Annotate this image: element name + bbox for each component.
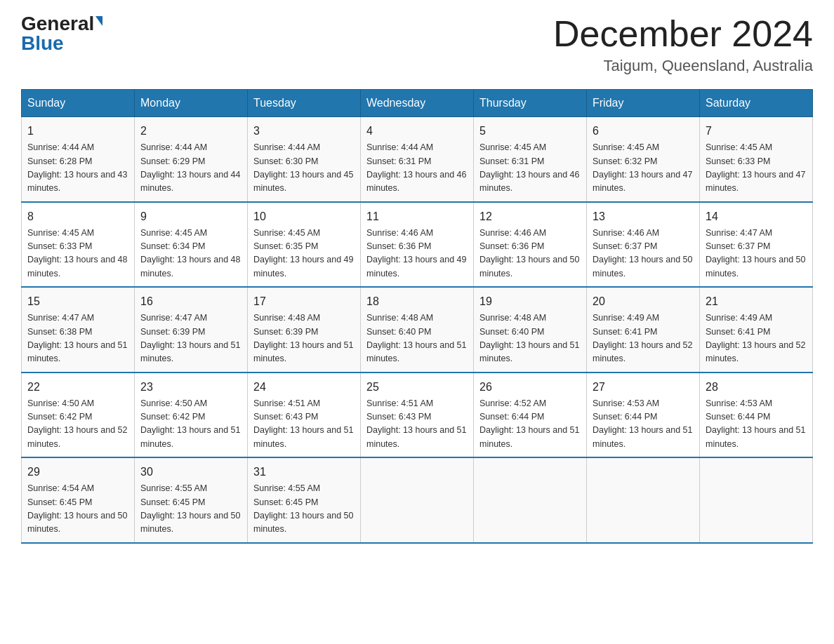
day-number: 29 <box>27 464 128 481</box>
calendar-cell: 19Sunrise: 4:48 AMSunset: 6:40 PMDayligh… <box>474 287 587 373</box>
calendar-cell: 22Sunrise: 4:50 AMSunset: 6:42 PMDayligh… <box>22 373 135 458</box>
location-text: Taigum, Queensland, Australia <box>553 57 813 75</box>
calendar-cell: 9Sunrise: 4:45 AMSunset: 6:34 PMDaylight… <box>135 202 248 288</box>
calendar-cell: 8Sunrise: 4:45 AMSunset: 6:33 PMDaylight… <box>22 202 135 288</box>
day-number: 21 <box>706 293 807 310</box>
day-number: 2 <box>140 123 241 140</box>
day-info: Sunrise: 4:44 AMSunset: 6:29 PMDaylight:… <box>140 141 241 196</box>
day-number: 23 <box>140 379 241 396</box>
calendar-cell: 27Sunrise: 4:53 AMSunset: 6:44 PMDayligh… <box>587 373 700 458</box>
day-number: 24 <box>253 379 355 396</box>
day-number: 17 <box>253 293 355 310</box>
day-info: Sunrise: 4:49 AMSunset: 6:41 PMDaylight:… <box>706 311 807 366</box>
header-wednesday: Wednesday <box>361 90 474 117</box>
header-sunday: Sunday <box>22 90 135 117</box>
day-number: 26 <box>479 379 581 396</box>
week-row-2: 8Sunrise: 4:45 AMSunset: 6:33 PMDaylight… <box>22 202 813 288</box>
calendar-cell: 6Sunrise: 4:45 AMSunset: 6:32 PMDaylight… <box>587 117 700 202</box>
day-number: 14 <box>706 208 807 225</box>
header-saturday: Saturday <box>700 90 813 117</box>
calendar-cell: 2Sunrise: 4:44 AMSunset: 6:29 PMDaylight… <box>135 117 248 202</box>
day-number: 1 <box>27 123 128 140</box>
header-tuesday: Tuesday <box>248 90 361 117</box>
day-number: 19 <box>479 293 581 310</box>
day-info: Sunrise: 4:45 AMSunset: 6:33 PMDaylight:… <box>27 227 128 281</box>
calendar-cell: 17Sunrise: 4:48 AMSunset: 6:39 PMDayligh… <box>248 287 361 373</box>
day-number: 20 <box>593 293 694 310</box>
calendar-cell: 23Sunrise: 4:50 AMSunset: 6:42 PMDayligh… <box>135 373 248 458</box>
day-info: Sunrise: 4:45 AMSunset: 6:33 PMDaylight:… <box>706 141 807 196</box>
day-number: 5 <box>479 123 581 140</box>
day-info: Sunrise: 4:51 AMSunset: 6:43 PMDaylight:… <box>253 397 355 452</box>
day-info: Sunrise: 4:47 AMSunset: 6:38 PMDaylight:… <box>27 311 128 366</box>
day-info: Sunrise: 4:53 AMSunset: 6:44 PMDaylight:… <box>706 397 807 452</box>
day-info: Sunrise: 4:45 AMSunset: 6:34 PMDaylight:… <box>140 227 241 281</box>
day-number: 10 <box>253 208 355 225</box>
day-info: Sunrise: 4:48 AMSunset: 6:40 PMDaylight:… <box>479 311 581 366</box>
day-number: 27 <box>593 379 694 396</box>
day-info: Sunrise: 4:48 AMSunset: 6:40 PMDaylight:… <box>366 311 468 366</box>
calendar-cell: 13Sunrise: 4:46 AMSunset: 6:37 PMDayligh… <box>587 202 700 288</box>
calendar-cell: 11Sunrise: 4:46 AMSunset: 6:36 PMDayligh… <box>361 202 474 288</box>
day-info: Sunrise: 4:45 AMSunset: 6:32 PMDaylight:… <box>593 141 694 196</box>
day-number: 31 <box>253 464 355 481</box>
day-number: 11 <box>366 208 468 225</box>
calendar-cell: 14Sunrise: 4:47 AMSunset: 6:37 PMDayligh… <box>700 202 813 288</box>
day-number: 7 <box>706 123 807 140</box>
calendar-cell <box>361 457 474 543</box>
day-info: Sunrise: 4:48 AMSunset: 6:39 PMDaylight:… <box>253 311 355 366</box>
calendar-cell: 16Sunrise: 4:47 AMSunset: 6:39 PMDayligh… <box>135 287 248 373</box>
week-row-3: 15Sunrise: 4:47 AMSunset: 6:38 PMDayligh… <box>22 287 813 373</box>
calendar-cell: 30Sunrise: 4:55 AMSunset: 6:45 PMDayligh… <box>135 457 248 543</box>
calendar-cell: 25Sunrise: 4:51 AMSunset: 6:43 PMDayligh… <box>361 373 474 458</box>
day-number: 4 <box>366 123 468 140</box>
day-info: Sunrise: 4:47 AMSunset: 6:37 PMDaylight:… <box>706 227 807 281</box>
calendar-cell: 1Sunrise: 4:44 AMSunset: 6:28 PMDaylight… <box>22 117 135 202</box>
calendar-cell: 5Sunrise: 4:45 AMSunset: 6:31 PMDaylight… <box>474 117 587 202</box>
calendar-cell: 26Sunrise: 4:52 AMSunset: 6:44 PMDayligh… <box>474 373 587 458</box>
day-number: 8 <box>27 208 128 225</box>
calendar-cell: 4Sunrise: 4:44 AMSunset: 6:31 PMDaylight… <box>361 117 474 202</box>
day-number: 9 <box>140 208 241 225</box>
day-info: Sunrise: 4:45 AMSunset: 6:35 PMDaylight:… <box>253 227 355 281</box>
calendar-cell: 28Sunrise: 4:53 AMSunset: 6:44 PMDayligh… <box>700 373 813 458</box>
calendar-cell: 31Sunrise: 4:55 AMSunset: 6:45 PMDayligh… <box>248 457 361 543</box>
calendar-cell <box>587 457 700 543</box>
day-info: Sunrise: 4:47 AMSunset: 6:39 PMDaylight:… <box>140 311 241 366</box>
day-info: Sunrise: 4:53 AMSunset: 6:44 PMDaylight:… <box>593 397 694 452</box>
calendar-header-row: SundayMondayTuesdayWednesdayThursdayFrid… <box>22 90 813 117</box>
day-info: Sunrise: 4:44 AMSunset: 6:28 PMDaylight:… <box>27 141 128 196</box>
week-row-1: 1Sunrise: 4:44 AMSunset: 6:28 PMDaylight… <box>22 117 813 202</box>
calendar-cell: 3Sunrise: 4:44 AMSunset: 6:30 PMDaylight… <box>248 117 361 202</box>
logo-arrow-icon <box>95 16 102 26</box>
day-info: Sunrise: 4:46 AMSunset: 6:36 PMDaylight:… <box>366 227 468 281</box>
day-number: 16 <box>140 293 241 310</box>
header-thursday: Thursday <box>474 90 587 117</box>
header-monday: Monday <box>135 90 248 117</box>
calendar-cell: 12Sunrise: 4:46 AMSunset: 6:36 PMDayligh… <box>474 202 587 288</box>
logo-blue-text: Blue <box>21 34 64 53</box>
day-number: 28 <box>706 379 807 396</box>
day-info: Sunrise: 4:51 AMSunset: 6:43 PMDaylight:… <box>366 397 468 452</box>
header-friday: Friday <box>587 90 700 117</box>
day-number: 18 <box>366 293 468 310</box>
day-info: Sunrise: 4:52 AMSunset: 6:44 PMDaylight:… <box>479 397 581 452</box>
day-number: 25 <box>366 379 468 396</box>
day-info: Sunrise: 4:44 AMSunset: 6:31 PMDaylight:… <box>366 141 468 196</box>
day-info: Sunrise: 4:46 AMSunset: 6:37 PMDaylight:… <box>593 227 694 281</box>
calendar-cell <box>474 457 587 543</box>
title-section: December 2024 Taigum, Queensland, Austra… <box>553 14 813 75</box>
month-title: December 2024 <box>553 14 813 54</box>
day-info: Sunrise: 4:55 AMSunset: 6:45 PMDaylight:… <box>253 482 355 537</box>
day-info: Sunrise: 4:44 AMSunset: 6:30 PMDaylight:… <box>253 141 355 196</box>
day-info: Sunrise: 4:49 AMSunset: 6:41 PMDaylight:… <box>593 311 694 366</box>
week-row-5: 29Sunrise: 4:54 AMSunset: 6:45 PMDayligh… <box>22 457 813 543</box>
day-info: Sunrise: 4:45 AMSunset: 6:31 PMDaylight:… <box>479 141 581 196</box>
day-info: Sunrise: 4:46 AMSunset: 6:36 PMDaylight:… <box>479 227 581 281</box>
day-number: 22 <box>27 379 128 396</box>
day-number: 12 <box>479 208 581 225</box>
calendar-cell: 21Sunrise: 4:49 AMSunset: 6:41 PMDayligh… <box>700 287 813 373</box>
day-number: 15 <box>27 293 128 310</box>
calendar-cell: 29Sunrise: 4:54 AMSunset: 6:45 PMDayligh… <box>22 457 135 543</box>
page-header: General Blue December 2024 Taigum, Queen… <box>21 14 813 75</box>
